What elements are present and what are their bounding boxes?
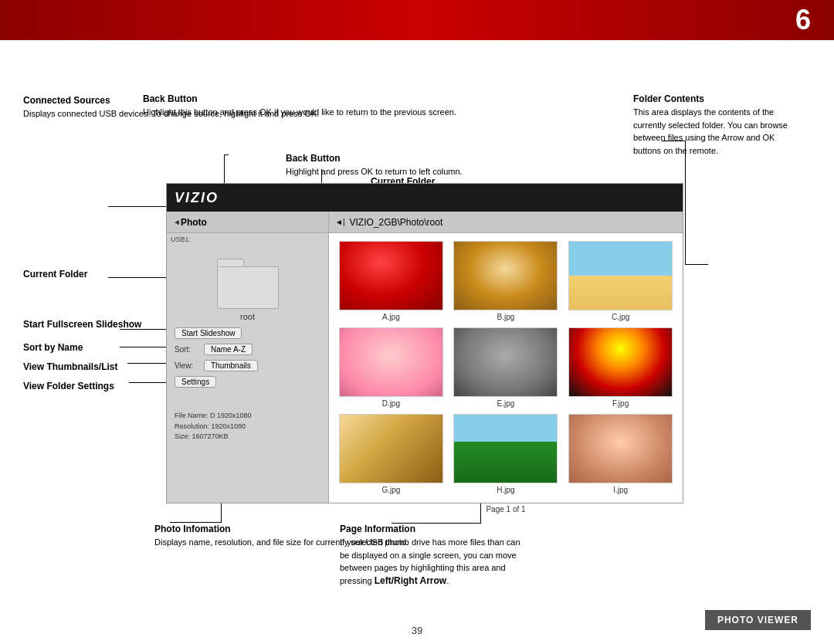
right-nav-bar: ◄| VIZIO_2GB\Photo\root (329, 212, 683, 233)
line-connected-sources (108, 206, 168, 207)
photo-label-i: I.jpg (613, 486, 628, 494)
slideshow-row: Start Slideshow (175, 327, 320, 339)
photo-thumb-g (339, 414, 443, 483)
sort-label: Sort: (175, 345, 204, 354)
left-controls: Start Slideshow Sort: Name A-Z View: Thu… (167, 321, 328, 398)
top-bar: 6 (0, 0, 834, 40)
line-current-folder-left (108, 277, 168, 278)
slideshow-button[interactable]: Start Slideshow (175, 327, 242, 339)
line-folder-contents-top (662, 141, 685, 141)
left-panel: ◄ Photo USB1: root Start Slideshow (167, 212, 329, 503)
settings-button[interactable]: Settings (175, 376, 216, 388)
photo-thumb-h (453, 414, 558, 483)
view-folder-settings-annotation: View Folder Settings (23, 380, 114, 393)
sort-row: Sort: Name A-Z (175, 344, 320, 355)
file-info-line2: Resolution: 1920x1080 (175, 422, 320, 432)
vizio-header: VIZIO (167, 184, 683, 212)
photo-thumb-c (568, 241, 673, 310)
line-folder-contents (685, 264, 708, 265)
photo-label-d: D.jpg (382, 399, 400, 408)
file-info-line1: File Name: D 1920x1080 (175, 411, 320, 422)
photo-item-d[interactable]: D.jpg (337, 327, 446, 408)
photo-thumb-a (339, 241, 443, 310)
photo-thumb-b (453, 241, 558, 310)
photo-thumb-e (453, 327, 558, 397)
view-button[interactable]: Thumbnails (204, 360, 258, 371)
photo-item-i[interactable]: I.jpg (566, 414, 675, 494)
photo-grid: A.jpg B.jpg C.jpg D.jpg E.jpg (329, 233, 683, 502)
photo-thumb-i (568, 414, 673, 483)
line-slideshow (120, 329, 168, 330)
folder-icon (217, 259, 279, 309)
photo-label-f: F.jpg (612, 399, 629, 408)
right-nav-text: VIZIO_2GB\Photo\root (350, 217, 443, 228)
folder-shape (217, 266, 279, 309)
view-label: View: (175, 361, 204, 370)
photo-thumb-d (339, 327, 443, 397)
ui-mockup: VIZIO ◄ Photo USB1: root (166, 183, 683, 503)
line-page-info-h (392, 523, 480, 524)
bottom-page-number: 39 (412, 625, 422, 636)
line-photo-info-h (170, 522, 222, 523)
photo-label-b: B.jpg (497, 313, 515, 321)
back-arrow-right[interactable]: ◄| (335, 218, 345, 226)
view-thumbnails-annotation: View Thumbnails/List (23, 361, 117, 374)
line-settings (129, 382, 168, 383)
sort-by-name-annotation: Sort by Name (23, 341, 83, 354)
folder-contents-annotation: Folder Contents This area displays the c… (633, 93, 795, 158)
main-content: Connected Sources Displays connected USB… (0, 40, 834, 644)
page-info-text: Page 1 of 1 (486, 505, 525, 514)
photo-item-f[interactable]: F.jpg (566, 327, 675, 408)
photo-label-c: C.jpg (612, 313, 629, 321)
photo-label-a: A.jpg (382, 313, 400, 321)
sort-button[interactable]: Name A-Z (204, 344, 253, 355)
back-arrow-left[interactable]: ◄ (173, 218, 181, 226)
vizio-logo: VIZIO (175, 190, 219, 206)
line-back-left-h (224, 154, 229, 155)
photo-item-c[interactable]: C.jpg (566, 241, 675, 321)
photo-item-g[interactable]: G.jpg (337, 414, 446, 494)
page-info-bar[interactable]: Page 1 of 1 (329, 502, 683, 517)
file-info-line3: Size: 1607270KB (175, 432, 320, 442)
photo-item-b[interactable]: B.jpg (452, 241, 561, 321)
photo-thumb-f (568, 327, 673, 397)
line-folder-contents-v (685, 141, 686, 264)
photo-item-h[interactable]: H.jpg (452, 414, 561, 494)
photo-item-a[interactable]: A.jpg (337, 241, 446, 321)
photo-label-h: H.jpg (497, 486, 514, 494)
folder-label: root (240, 312, 255, 321)
back-button-left-annotation: Back Button Highlight this button and pr… (143, 93, 456, 119)
line-view (127, 363, 168, 364)
left-nav-bar: ◄ Photo (167, 212, 328, 233)
usb-label: USB1: (167, 233, 328, 243)
left-nav-text: Photo (181, 217, 207, 228)
back-button-right-annotation: Back Button Highlight and press OK to re… (286, 152, 463, 178)
line-back-left-v (224, 154, 225, 185)
file-info: File Name: D 1920x1080 Resolution: 1920x… (167, 405, 328, 449)
photo-item-e[interactable]: E.jpg (452, 327, 561, 408)
photo-viewer-label: PHOTO VIEWER (705, 610, 811, 630)
view-row: View: Thumbnails (175, 360, 320, 371)
right-panel: ◄| VIZIO_2GB\Photo\root A.jpg B.jpg (329, 212, 683, 503)
current-folder-left-annotation: Current Folder (23, 268, 87, 281)
folder-area: root (167, 243, 328, 321)
photo-label-e: E.jpg (497, 399, 515, 408)
settings-row: Settings (175, 376, 320, 388)
line-sort (120, 347, 168, 347)
page-number: 6 (795, 4, 811, 36)
photo-label-g: G.jpg (381, 486, 400, 494)
page-information-annotation: Page Information If your USB thumb drive… (340, 523, 525, 588)
